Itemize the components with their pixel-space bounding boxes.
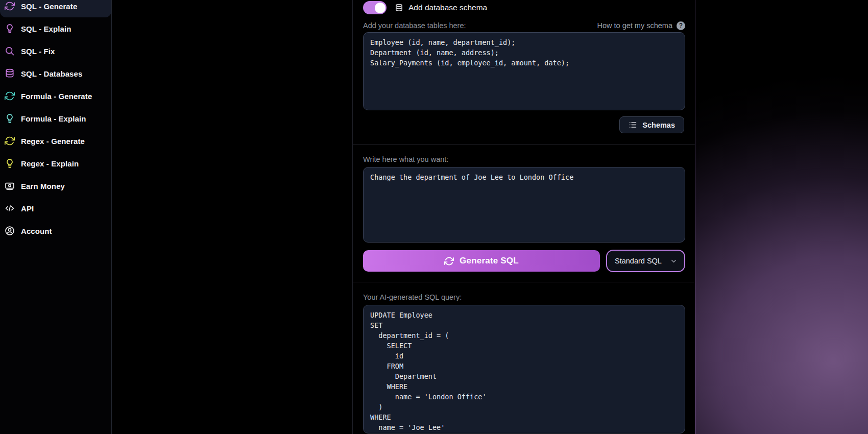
sidebar-item-label: SQL - Databases <box>21 69 82 78</box>
refresh-icon <box>444 256 454 266</box>
dialect-selected-value: Standard SQL <box>615 257 662 265</box>
database-icon <box>395 4 403 12</box>
help-icon[interactable]: ? <box>677 21 685 30</box>
sidebar-item-formula-generate[interactable]: Formula - Generate <box>0 85 111 107</box>
sidebar-item-label: API <box>21 204 34 213</box>
sidebar-item-sql-explain[interactable]: SQL - Explain <box>0 17 111 40</box>
sidebar-item-label: SQL - Fix <box>21 47 55 56</box>
main-panel: Add database schema Add your database ta… <box>352 0 695 434</box>
sidebar: SQL - Generate SQL - Explain SQL - Fix S… <box>0 0 112 434</box>
content-right-border <box>695 0 695 434</box>
sidebar-item-label: SQL - Generate <box>21 2 77 11</box>
toggle-knob <box>375 3 385 13</box>
sidebar-nav: SQL - Generate SQL - Explain SQL - Fix S… <box>0 0 111 242</box>
sidebar-item-account[interactable]: Account <box>0 220 111 242</box>
schemas-button-label: Schemas <box>642 121 675 129</box>
prompt-label: Write here what you want: <box>363 155 448 163</box>
prompt-input[interactable]: Change the department of Joe Lee to Lond… <box>363 167 685 243</box>
chevron-down-icon <box>670 257 678 265</box>
search-icon <box>5 46 15 56</box>
sidebar-item-sql-databases[interactable]: SQL - Databases <box>0 62 111 85</box>
schema-toggle-row: Add database schema <box>363 1 487 15</box>
sidebar-item-api[interactable]: API <box>0 197 111 220</box>
background-glow <box>695 0 868 434</box>
sql-dialect-select[interactable]: Standard SQL <box>606 250 685 272</box>
schema-help-text: How to get my schema <box>597 21 672 30</box>
lightbulb-icon <box>5 113 15 124</box>
sidebar-item-regex-generate[interactable]: Regex - Generate <box>0 130 111 152</box>
generate-sql-label: Generate SQL <box>460 256 519 266</box>
list-icon <box>629 120 637 129</box>
add-schema-toggle[interactable] <box>363 1 387 14</box>
code-icon <box>5 203 15 213</box>
add-schema-label: Add database schema <box>408 3 487 12</box>
sidebar-item-sql-generate[interactable]: SQL - Generate <box>0 0 111 17</box>
lightbulb-icon <box>5 158 15 168</box>
user-icon <box>5 226 15 236</box>
sidebar-item-label: Regex - Explain <box>21 159 79 168</box>
schema-field-label: Add your database tables here: <box>363 21 466 30</box>
sidebar-item-label: Earn Money <box>21 182 65 190</box>
sql-output[interactable]: UPDATE Employee SET department_id = ( SE… <box>363 305 685 433</box>
output-label: Your AI-generated SQL query: <box>363 293 462 301</box>
lightbulb-icon <box>5 23 15 34</box>
sidebar-item-earn-money[interactable]: Earn Money <box>0 175 111 197</box>
sidebar-item-regex-explain[interactable]: Regex - Explain <box>0 152 111 175</box>
generate-sql-button[interactable]: Generate SQL <box>363 250 600 272</box>
schema-help-link[interactable]: How to get my schema ? <box>597 21 685 30</box>
sidebar-item-formula-explain[interactable]: Formula - Explain <box>0 107 111 130</box>
sidebar-item-sql-fix[interactable]: SQL - Fix <box>0 40 111 62</box>
sidebar-item-label: Regex - Generate <box>21 137 85 146</box>
sidebar-item-label: Formula - Explain <box>21 114 86 123</box>
refresh-icon <box>5 91 15 101</box>
schema-input[interactable]: Employee (id, name, department_id); Depa… <box>363 32 685 110</box>
section-divider <box>353 144 695 144</box>
database-icon <box>5 68 15 79</box>
sidebar-item-label: SQL - Explain <box>21 25 71 33</box>
action-row: Generate SQL Standard SQL <box>363 249 685 273</box>
section-divider <box>353 282 695 282</box>
schemas-button[interactable]: Schemas <box>619 116 684 133</box>
sidebar-item-label: Account <box>21 227 52 235</box>
banknote-icon <box>5 181 15 191</box>
refresh-icon <box>5 1 15 11</box>
refresh-icon <box>5 136 15 146</box>
schema-label-row: Add your database tables here: How to ge… <box>363 21 685 30</box>
sidebar-item-label: Formula - Generate <box>21 92 92 101</box>
